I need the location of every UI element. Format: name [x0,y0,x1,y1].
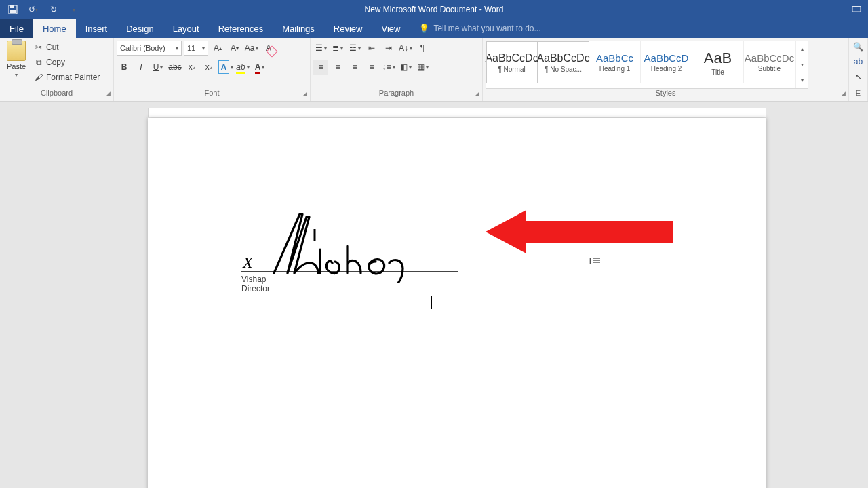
clear-formatting-button[interactable]: A [261,41,276,56]
italic-button[interactable]: I [134,60,149,75]
superscript-button[interactable]: x2 [201,60,216,75]
page[interactable]: X Vishap Director I [148,118,766,488]
svg-marker-6 [486,210,673,253]
group-label-editing: E [856,89,861,97]
styles-launcher[interactable]: ◢ [841,90,846,97]
strikethrough-button[interactable]: abc [167,60,182,75]
tell-me-search[interactable]: 💡 Tell me what you want to do... [410,19,540,38]
highlight-button[interactable]: ab [235,60,250,75]
ribbon: Paste ▾ ✂Cut ⧉Copy 🖌Format Painter Clipb… [0,38,868,102]
styles-gallery: AaBbCcDcNormal AaBbCcDcNo Spac... AaBbCc… [486,41,808,89]
underline-button[interactable]: U [151,60,165,75]
tab-design[interactable]: Design [117,19,163,38]
bullets-button[interactable]: ☰ [313,41,328,56]
select-button[interactable]: ↖ [855,72,862,81]
replace-button[interactable]: ab [854,57,863,66]
format-painter-button[interactable]: 🖌Format Painter [31,70,102,84]
shading-button[interactable]: ◧ [398,60,413,75]
gallery-scroll[interactable]: ▴▾▾ [795,41,808,88]
copy-label: Copy [46,58,65,67]
font-size-value: 11 [187,44,195,52]
tab-insert[interactable]: Insert [76,19,117,38]
group-label-paragraph: Paragraph [379,89,414,97]
group-label-clipboard: Clipboard [41,89,73,97]
align-right-button[interactable]: ≡ [347,60,362,75]
group-styles: AaBbCcDcNormal AaBbCcDcNo Spac... AaBbCc… [483,38,849,101]
format-painter-label: Format Painter [46,73,100,82]
style-heading-1[interactable]: AaBbCcHeading 1 [589,41,641,83]
qat-customize[interactable]: ▾ [65,1,83,18]
tab-review[interactable]: Review [324,19,372,38]
align-center-button[interactable]: ≡ [330,60,345,75]
group-label-font: Font [204,89,219,97]
paste-label: Paste [7,62,26,70]
line-spacing-button[interactable]: ↕≡ [381,60,396,75]
style-title[interactable]: AaBTitle [692,41,744,83]
shrink-font-button[interactable]: A▾ [227,41,242,56]
group-clipboard: Paste ▾ ✂Cut ⧉Copy 🖌Format Painter Clipb… [0,38,114,101]
paragraph-launcher[interactable]: ◢ [475,90,479,97]
grow-font-button[interactable]: A▴ [210,41,225,56]
chevron-up-icon: ▴ [796,41,808,57]
window-title: New Microsoft Word Document - Word [0,5,868,14]
change-case-button[interactable]: Aa [244,41,259,56]
align-left-button[interactable]: ≡ [313,60,328,75]
cut-label: Cut [46,43,59,52]
style-no-spacing[interactable]: AaBbCcDcNo Spac... [538,41,589,83]
title-bar: ↺▾ ↻ ▾ New Microsoft Word Document - Wor… [0,0,868,19]
sort-button[interactable]: A↓ [398,41,413,56]
style-subtitle[interactable]: AaBbCcDcSubtitle [744,41,795,83]
multilevel-button[interactable]: ☲ [347,41,362,56]
ribbon-options-button[interactable] [845,0,868,19]
borders-button[interactable]: ▦ [415,60,430,75]
subscript-button[interactable]: x2 [184,60,199,75]
paintbrush-icon: 🖌 [34,73,43,82]
red-arrow-annotation [486,210,675,253]
handwritten-signature [267,209,471,283]
copy-button[interactable]: ⧉Copy [31,56,102,69]
copy-icon: ⧉ [34,58,43,67]
signature-title: Director [241,284,458,293]
redo-button[interactable]: ↻ [45,1,62,18]
bold-button[interactable]: B [117,60,132,75]
scissors-icon: ✂ [34,43,43,52]
save-button[interactable] [4,1,22,18]
font-size-combo[interactable]: 11▾ [184,41,208,56]
svg-rect-2 [10,10,16,13]
tab-home[interactable]: Home [33,19,76,38]
font-name-value: Calibri (Body) [120,44,165,52]
style-normal[interactable]: AaBbCcDcNormal [486,41,538,83]
font-name-combo[interactable]: Calibri (Body)▾ [117,41,182,56]
group-editing: 🔍 ab ↖ E [849,38,868,101]
style-heading-2[interactable]: AaBbCcDHeading 2 [641,41,692,83]
show-marks-button[interactable]: ¶ [415,41,430,56]
tab-layout[interactable]: Layout [163,19,209,38]
ibeam-cursor-icon: I [589,256,600,267]
bulb-icon: 💡 [419,24,429,33]
text-effects-button[interactable]: A [218,60,233,75]
clipboard-launcher[interactable]: ◢ [106,90,111,97]
undo-button[interactable]: ↺▾ [24,1,42,18]
numbering-button[interactable]: ≣ [330,41,345,56]
paste-button[interactable]: Paste ▾ [3,39,30,78]
font-launcher[interactable]: ◢ [302,90,307,97]
text-cursor [431,296,432,309]
find-button[interactable]: 🔍 [853,42,863,52]
justify-button[interactable]: ≡ [364,60,379,75]
decrease-indent-button[interactable]: ⇤ [364,41,379,56]
tab-references[interactable]: References [209,19,273,38]
tab-file[interactable]: File [0,19,33,38]
tab-view[interactable]: View [372,19,410,38]
font-color-button[interactable]: A [252,60,267,75]
horizontal-ruler[interactable] [148,108,766,117]
increase-indent-button[interactable]: ⇥ [381,41,396,56]
signature-x: X [243,253,253,272]
chevron-down-icon: ▾ [796,57,808,73]
signature-block[interactable]: X Vishap Director [241,199,458,293]
group-label-styles: Styles [656,89,676,97]
tab-mailings[interactable]: Mailings [273,19,324,38]
gallery-more-icon: ▾ [796,73,808,88]
svg-rect-1 [10,5,14,8]
cut-button[interactable]: ✂Cut [31,41,102,54]
group-paragraph: ☰ ≣ ☲ ⇤ ⇥ A↓ ¶ ≡ ≡ ≡ ≡ ↕≡ ◧ ▦ Paragraph◢ [311,38,483,101]
